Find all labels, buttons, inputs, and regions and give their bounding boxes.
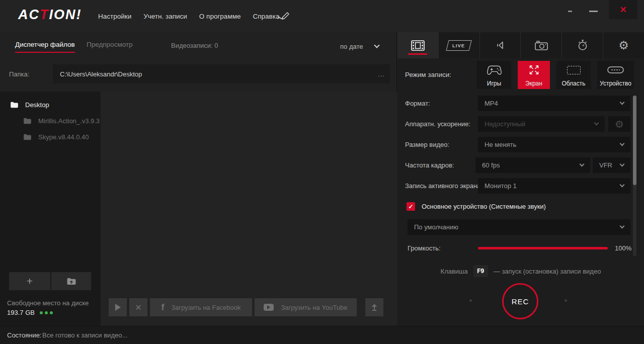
tab-settings[interactable]: ⚙	[603, 32, 644, 58]
videos-count-label: Видеозаписи: 0	[171, 42, 218, 49]
monitor-value: Монитор 1	[485, 182, 517, 190]
logo-text: AC	[18, 7, 40, 22]
file-actions-toolbar: ✕ f Загрузить на Facebook Загрузить на Y…	[109, 298, 383, 316]
hotkey-keycap: F9	[473, 265, 488, 277]
folder-icon	[23, 118, 32, 124]
mode-games-label: Игры	[487, 80, 501, 87]
logo-accent: T	[40, 7, 49, 22]
mode-area-label: Область	[561, 80, 585, 87]
upload-arrow-icon	[370, 303, 378, 311]
video-size-value: Не менять	[485, 141, 516, 148]
upload-youtube-button[interactable]: Загрузить на YouTube	[255, 298, 357, 316]
tree-item-skype[interactable]: Skype.v8.44.0.40	[23, 133, 89, 141]
menu-item-accounts[interactable]: Учетн. записи	[143, 13, 187, 20]
volume-label: Громкость:	[408, 244, 441, 252]
scrollbar-thumb[interactable]	[633, 96, 636, 185]
framerate-mode-dropdown[interactable]: VFR	[593, 157, 630, 173]
plus-icon: +	[27, 275, 33, 287]
audio-device-checkbox-row: ✓ Основное устройство (Системные звуки)	[407, 202, 546, 211]
minimize-button[interactable]	[589, 11, 598, 12]
monitor-dropdown[interactable]: Монитор 1	[478, 178, 630, 194]
upload-facebook-label: Загрузить на Facebook	[171, 304, 240, 311]
tab-audio-recording[interactable]	[479, 32, 521, 58]
rec-button[interactable]: REC	[502, 283, 538, 319]
chevron-down-icon	[620, 183, 625, 188]
folder-tree: Desktop Mirillis.Action_.v3.9.3 Skype.v8…	[0, 92, 101, 326]
tab-preview[interactable]: Предпросмотр	[87, 41, 133, 48]
framerate-value: 60 fps	[482, 161, 500, 169]
status-bar: Состояние: Все готово к записи видео...	[0, 326, 644, 344]
tab-video-recording[interactable]	[397, 32, 438, 58]
mode-games-button[interactable]: Игры	[477, 61, 511, 89]
hw-accel-settings-button[interactable]: ⚙	[608, 116, 630, 132]
audio-device-value: По умолчанию	[414, 223, 458, 231]
file-list-area[interactable]: ✕ f Загрузить на Facebook Загрузить на Y…	[101, 92, 397, 326]
tree-item-label: Desktop	[25, 101, 49, 109]
hotkey-row: Клавиша F9 — запуск (остановка) записи в…	[397, 265, 644, 277]
app-logo: ACTION!	[18, 7, 82, 23]
chevron-down-icon	[594, 121, 599, 126]
tree-item-label: Mirillis.Action_.v3.9.3	[38, 117, 100, 125]
mode-device-button[interactable]: Устройство	[597, 61, 634, 89]
hw-accel-label: Аппаратн. ускорение:	[405, 120, 479, 128]
upload-button[interactable]	[365, 298, 383, 316]
add-folder-button[interactable]: +	[9, 272, 50, 290]
title-bar: ACTION! Настройки Учетн. записи О програ…	[0, 0, 644, 32]
audio-device-checkbox-label: Основное устройство (Системные звуки)	[422, 203, 546, 210]
tab-preview-label: Предпросмотр	[87, 41, 133, 48]
delete-button[interactable]: ✕	[129, 298, 147, 316]
upload-facebook-button[interactable]: f Загрузить на Facebook	[150, 298, 252, 316]
audio-device-dropdown[interactable]: По умолчанию	[408, 219, 630, 235]
volume-slider[interactable]	[478, 247, 608, 249]
tree-item-label: Skype.v8.44.0.40	[38, 133, 89, 141]
framerate-dropdown[interactable]: 60 fps	[475, 157, 590, 173]
menu-item-about[interactable]: О программе	[199, 13, 241, 20]
upload-youtube-label: Загрузить на YouTube	[281, 304, 347, 311]
tab-benchmark-timer[interactable]	[561, 32, 603, 58]
chevron-down-icon	[580, 162, 585, 167]
hw-accel-dropdown[interactable]: Недоступный	[478, 116, 605, 132]
framerate-mode-value: VFR	[599, 161, 612, 169]
file-manager-panel: Диспетчер файлов Предпросмотр Видеозапис…	[0, 32, 397, 326]
record-mode-label: Режим записи:	[405, 71, 451, 78]
video-size-dropdown[interactable]: Не менять	[478, 137, 630, 152]
tab-live-streaming[interactable]: LIVE	[438, 32, 479, 58]
close-icon: ✕	[135, 303, 141, 312]
status-text: Все готово к записи видео...	[42, 331, 127, 339]
film-strip-icon	[411, 40, 425, 51]
settings-scrollbar[interactable]	[633, 96, 636, 256]
hw-accel-value: Недоступный	[485, 120, 525, 128]
tab-screenshots[interactable]	[520, 32, 561, 58]
export-folder-button[interactable]	[51, 272, 91, 290]
active-tab-underline	[15, 52, 75, 53]
folder-path-input[interactable]: C:\Users\Aleksandr\Desktop ...	[53, 64, 390, 83]
checkbox-checked[interactable]: ✓	[407, 202, 415, 211]
recorder-tab-bar: LIVE	[397, 32, 644, 58]
hotkey-suffix: — запуск (остановка) записи видео	[494, 268, 601, 275]
folder-path-value: C:\Users\Aleksandr\Desktop	[60, 70, 142, 78]
browse-folder-button[interactable]: ...	[378, 64, 385, 83]
menu-item-settings[interactable]: Настройки	[98, 13, 131, 20]
tree-item-mirillis[interactable]: Mirillis.Action_.v3.9.3	[23, 117, 100, 125]
drawing-pen-icon[interactable]	[276, 10, 292, 22]
logo-text-2: ION!	[49, 7, 82, 22]
format-value: MP4	[485, 100, 498, 107]
gear-icon: ⚙	[618, 39, 629, 52]
folder-upload-icon	[66, 278, 76, 285]
format-dropdown[interactable]: MP4	[478, 96, 630, 111]
speaker-icon	[494, 39, 506, 51]
decorative-dot	[565, 299, 567, 302]
play-button[interactable]	[109, 298, 127, 316]
tray-minimize-button[interactable]	[568, 11, 572, 12]
framerate-label: Частота кадров:	[405, 161, 479, 169]
mode-screen-button[interactable]: Экран	[518, 61, 550, 89]
format-label: Формат:	[405, 100, 479, 107]
youtube-icon	[264, 304, 274, 311]
sort-dropdown[interactable]: по дате	[340, 40, 390, 53]
tab-file-manager[interactable]: Диспетчер файлов	[15, 41, 75, 48]
close-button[interactable]: ✕	[609, 0, 637, 19]
mode-screen-label: Экран	[525, 80, 542, 87]
tree-item-desktop[interactable]: Desktop	[10, 101, 49, 109]
close-icon: ✕	[619, 5, 626, 15]
mode-area-button[interactable]: Область	[556, 61, 591, 89]
